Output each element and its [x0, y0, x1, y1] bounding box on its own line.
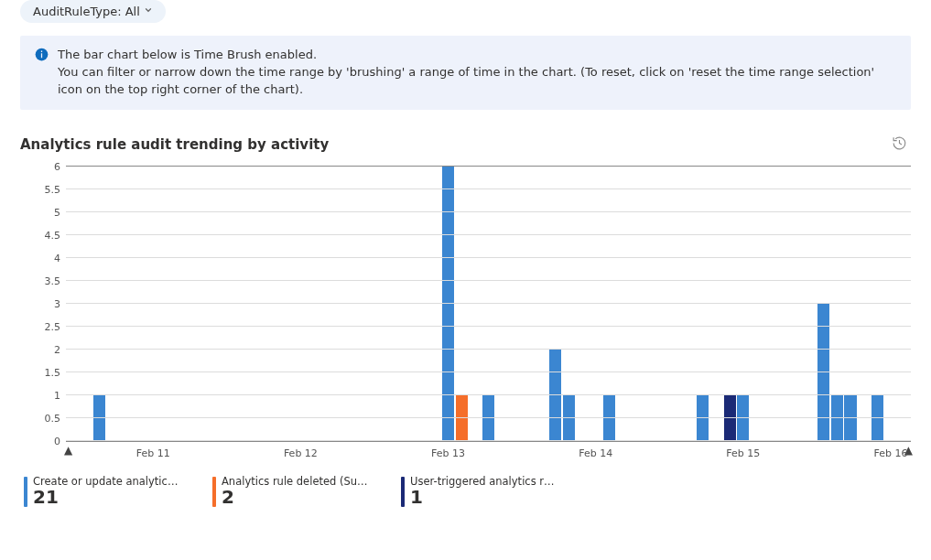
history-icon — [892, 135, 907, 151]
legend-label: Analytics rule deleted (Sum) — [222, 475, 368, 488]
y-tick-label: 1 — [54, 389, 60, 401]
x-tick-label: Feb 14 — [579, 447, 612, 459]
time-brush-chart[interactable]: 00.511.522.533.544.555.56 ▲ ▲ Feb 11Feb … — [20, 167, 911, 466]
chart-bar[interactable] — [737, 395, 749, 441]
svg-rect-1 — [41, 53, 42, 58]
chart-bar[interactable] — [871, 395, 883, 441]
filter-value: All — [125, 5, 140, 18]
y-tick-label: 0 — [54, 435, 60, 447]
svg-rect-2 — [41, 50, 42, 52]
legend-label: User-triggered analytics ru... — [410, 475, 557, 488]
chart-bar[interactable] — [844, 395, 856, 441]
chart-bar[interactable] — [549, 350, 561, 441]
grid-line — [66, 372, 911, 372]
y-tick-label: 4.5 — [45, 229, 61, 241]
legend-swatch-icon — [401, 477, 405, 507]
grid-line — [66, 303, 911, 304]
reset-time-range-button[interactable] — [888, 132, 911, 157]
brush-handle-left-icon[interactable]: ▲ — [64, 444, 72, 457]
x-tick-label: Feb 12 — [284, 447, 318, 459]
chart-bar[interactable] — [831, 395, 843, 441]
legend-item[interactable]: Analytics rule deleted (Sum) 2 — [212, 475, 368, 507]
chart-bar[interactable] — [442, 167, 454, 441]
x-axis: ▲ ▲ Feb 11Feb 12Feb 13Feb 14Feb 15Feb 16 — [66, 442, 911, 466]
info-text: The bar chart below is Time Brush enable… — [58, 47, 896, 99]
y-tick-label: 3 — [54, 297, 60, 309]
chart-bar[interactable] — [482, 395, 494, 441]
grid-line — [66, 440, 911, 441]
grid-line — [66, 280, 911, 281]
chart-title: Analytics rule audit trending by activit… — [20, 136, 329, 153]
y-tick-label: 5 — [54, 206, 60, 218]
chart-bar[interactable] — [724, 395, 736, 441]
y-tick-label: 3.5 — [45, 275, 61, 286]
legend-value: 2 — [222, 488, 368, 507]
chart-legend: Create or update analytics... 21 Analyti… — [24, 475, 911, 507]
chart-bar[interactable] — [697, 395, 709, 441]
info-banner: The bar chart below is Time Brush enable… — [20, 36, 911, 110]
grid-line — [66, 394, 911, 395]
grid-line — [66, 211, 911, 212]
grid-line — [66, 257, 911, 258]
info-line-2: You can filter or narrow down the time r… — [58, 64, 896, 99]
y-tick-label: 0.5 — [45, 412, 61, 424]
x-tick-label: Feb 11 — [136, 447, 170, 459]
grid-line — [66, 417, 911, 418]
info-icon — [35, 48, 49, 66]
y-tick-label: 2.5 — [45, 320, 61, 332]
legend-item[interactable]: Create or update analytics... 21 — [24, 475, 179, 507]
x-tick-label: Feb 16 — [874, 447, 908, 459]
grid-line — [66, 234, 911, 235]
legend-value: 21 — [33, 488, 179, 507]
chart-bar[interactable] — [456, 395, 468, 441]
x-tick-label: Feb 13 — [431, 447, 465, 459]
y-axis: 00.511.522.533.544.555.56 — [20, 167, 66, 441]
y-tick-label: 1.5 — [45, 366, 61, 378]
x-tick-label: Feb 15 — [726, 447, 760, 459]
chart-bar[interactable] — [93, 395, 105, 441]
legend-swatch-icon — [212, 477, 216, 507]
chart-bar[interactable] — [563, 395, 575, 441]
filter-audit-rule-type[interactable]: AuditRuleType: All — [20, 0, 166, 23]
info-line-1: The bar chart below is Time Brush enable… — [58, 47, 896, 64]
grid-line — [66, 188, 911, 189]
y-tick-label: 5.5 — [45, 183, 61, 195]
grid-line — [66, 326, 911, 327]
chart-bar[interactable] — [603, 395, 615, 441]
filter-label: AuditRuleType: — [33, 5, 122, 18]
y-tick-label: 6 — [54, 160, 60, 172]
chevron-down-icon — [144, 5, 153, 17]
legend-value: 1 — [410, 488, 557, 507]
plot-area[interactable] — [66, 167, 911, 442]
grid-line — [66, 349, 911, 350]
legend-swatch-icon — [24, 477, 27, 507]
y-tick-label: 2 — [54, 343, 60, 355]
chart-bar[interactable] — [817, 304, 829, 441]
y-tick-label: 4 — [54, 252, 60, 264]
legend-item[interactable]: User-triggered analytics ru... 1 — [401, 475, 557, 507]
grid-line — [66, 166, 911, 167]
